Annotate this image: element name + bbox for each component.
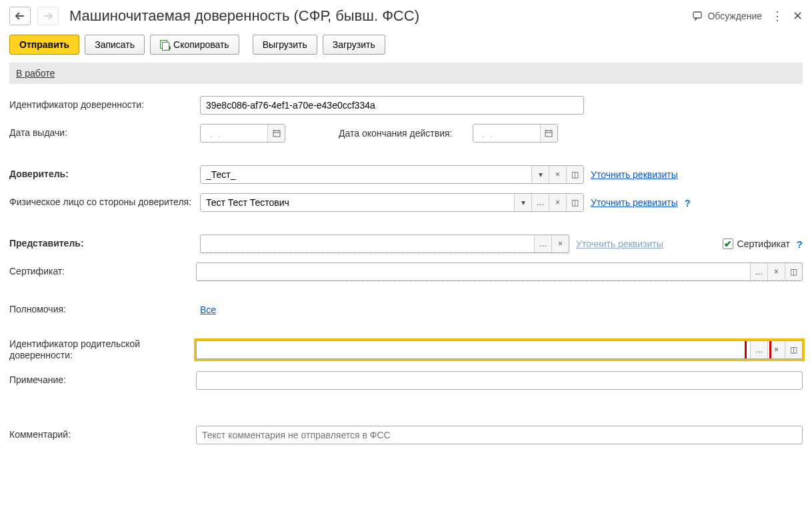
certificate-open-button[interactable]: ◫ (785, 263, 802, 280)
calendar-icon (545, 129, 553, 137)
certificate-checkbox[interactable]: ✔ Сертификат (723, 239, 790, 249)
chat-icon (693, 11, 703, 21)
parent-id-input[interactable] (197, 341, 750, 358)
representative-dots-button[interactable]: … (534, 235, 551, 253)
id-input[interactable] (200, 96, 584, 115)
principal-person-help-button[interactable]: ? (685, 197, 691, 209)
principal-person-dots-button[interactable]: … (531, 194, 549, 211)
representative-input[interactable] (201, 235, 534, 253)
principal-person-clear-button[interactable]: × (549, 194, 566, 211)
note-input[interactable] (196, 371, 803, 390)
certificate-dots-button[interactable]: … (750, 263, 767, 280)
principal-open-button[interactable]: ◫ (566, 166, 583, 183)
check-icon: ✔ (723, 239, 733, 249)
calendar-icon (273, 129, 281, 137)
principal-person-clarify-link[interactable]: Уточнить реквизиты (591, 197, 678, 208)
nav-back-button[interactable] (9, 7, 31, 25)
copy-button[interactable]: + Скопировать (150, 35, 239, 55)
export-button[interactable]: Выгрузить (253, 35, 317, 55)
svg-rect-1 (273, 131, 280, 137)
issue-date-calendar-button[interactable] (267, 125, 285, 142)
principal-person-input[interactable] (201, 194, 514, 211)
status-link[interactable]: В работе (16, 68, 55, 79)
svg-rect-0 (693, 12, 701, 18)
parent-id-dots-button[interactable]: … (750, 341, 767, 358)
save-button[interactable]: Записать (85, 35, 145, 55)
send-button[interactable]: Отправить (9, 35, 79, 55)
issue-date-input[interactable] (201, 125, 267, 143)
end-date-input[interactable] (473, 125, 540, 143)
label-powers: Полномочия: (9, 304, 200, 316)
import-button[interactable]: Загрузить (323, 35, 385, 55)
powers-link[interactable]: Все (200, 304, 216, 315)
copy-button-label: Скопировать (173, 39, 229, 50)
discussion-label: Обсуждение (707, 11, 762, 21)
label-issue-date: Дата выдачи: (9, 127, 200, 139)
discussion-button[interactable]: Обсуждение (693, 11, 762, 21)
principal-clarify-link[interactable]: Уточнить реквизиты (591, 169, 678, 180)
representative-clear-button[interactable]: × (551, 235, 569, 253)
label-id: Идентификатор доверенности: (9, 99, 200, 111)
status-bar: В работе (9, 63, 803, 84)
svg-rect-5 (545, 131, 552, 137)
certificate-clear-button[interactable]: × (767, 263, 785, 280)
label-comment: Комментарий: (9, 429, 196, 441)
principal-person-dropdown-button[interactable]: ▾ (514, 194, 531, 211)
parent-id-open-button[interactable]: ◫ (785, 341, 802, 358)
label-end-date: Дата окончания действия: (339, 128, 453, 139)
comment-input[interactable] (196, 426, 803, 444)
representative-help-button[interactable]: ? (797, 239, 803, 250)
parent-id-clear-button[interactable]: × (767, 341, 785, 358)
arrow-right-icon (43, 12, 53, 20)
certificate-checkbox-label: Сертификат (737, 239, 790, 249)
arrow-left-icon (15, 12, 25, 20)
principal-clear-button[interactable]: × (549, 166, 566, 183)
certificate-input[interactable] (197, 263, 750, 280)
representative-clarify-link[interactable]: Уточнить реквизиты (576, 239, 663, 249)
principal-dropdown-button[interactable]: ▾ (531, 166, 549, 183)
end-date-calendar-button[interactable] (540, 125, 557, 142)
principal-person-open-button[interactable]: ◫ (566, 194, 583, 211)
copy-icon: + (160, 40, 169, 49)
close-button[interactable]: ✕ (793, 9, 803, 23)
label-certificate: Сертификат: (9, 266, 196, 278)
label-principal-person: Физическое лицо со стороны доверителя: (9, 197, 200, 209)
page-title: Машиночитаемая доверенность (СФР, бывш. … (69, 7, 686, 25)
label-principal: Доверитель: (9, 169, 200, 181)
nav-forward-button (37, 7, 59, 25)
principal-input[interactable] (201, 166, 531, 183)
title-bar: Машиночитаемая доверенность (СФР, бывш. … (9, 7, 803, 25)
label-representative: Представитель: (9, 238, 200, 250)
toolbar: Отправить Записать + Скопировать Выгрузи… (9, 35, 803, 55)
label-parent-id: Идентификатор родительской доверенности: (9, 338, 196, 362)
more-menu-button[interactable]: ⋮ (771, 9, 783, 23)
label-note: Примечание: (9, 374, 196, 386)
